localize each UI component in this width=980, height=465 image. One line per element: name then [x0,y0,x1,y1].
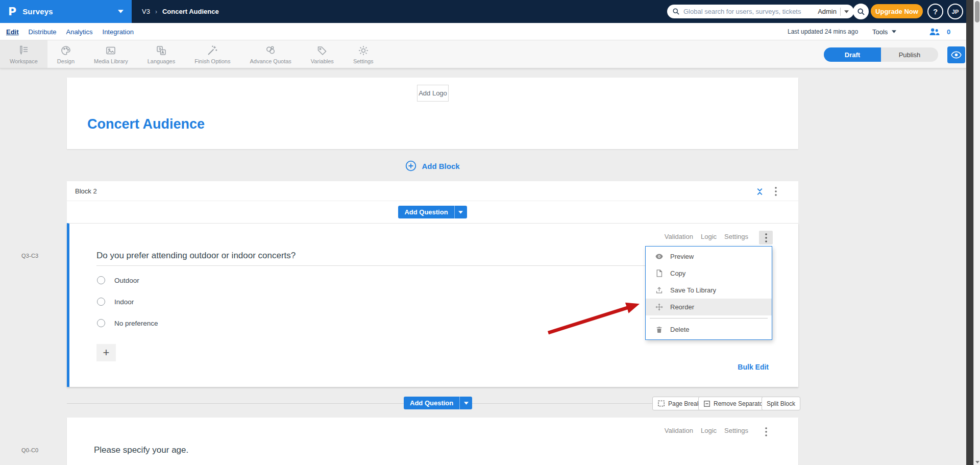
radio-icon[interactable] [97,276,105,284]
question-text[interactable]: Please specify your age. [94,445,188,460]
question-menu-kebab-icon[interactable] [759,231,773,244]
add-choice-button[interactable]: + [96,344,116,361]
page-break-icon [657,400,665,407]
split-block-button[interactable]: Split Block [762,397,800,410]
help-button[interactable]: ? [927,4,943,19]
block-menu-kebab-icon[interactable] [770,185,782,198]
toolbar-item-finish-options[interactable]: Finish Options [185,40,240,68]
tab-distribute[interactable]: Distribute [29,28,57,36]
remove-separator-label: Remove Separator [714,400,765,407]
split-block-label: Split Block [767,400,795,407]
design-icon [60,44,72,57]
settings-link[interactable]: Settings [724,427,748,434]
add-block-button[interactable]: Add Block [67,158,798,174]
upgrade-now-button[interactable]: Upgrade Now [871,4,923,18]
divider [840,8,841,16]
validation-link[interactable]: Validation [665,233,693,240]
add-question-button[interactable]: Add Question [404,397,472,409]
scroll-down-arrow-icon[interactable] [975,461,979,463]
toolbar-item-variables[interactable]: Variables [301,40,344,68]
add-question-label[interactable]: Add Question [398,206,454,218]
menu-item-copy[interactable]: Copy [646,265,772,282]
toolbar-item-design[interactable]: Design [47,40,84,68]
page-break-label: Page Break [668,400,700,407]
logic-link[interactable]: Logic [701,427,717,434]
collaborators[interactable]: 0 [929,23,950,40]
search-input[interactable] [683,8,814,15]
radio-icon[interactable] [97,319,105,327]
settings-link[interactable]: Settings [724,233,748,240]
tools-dropdown[interactable]: Tools [872,23,896,40]
answer-option-row[interactable]: Outdoor [97,276,139,284]
option-label[interactable]: No preference [114,320,158,327]
upload-icon [655,286,664,295]
advance-quotas-icon [264,44,277,57]
add-logo-button[interactable]: Add Logo [417,85,449,102]
menu-item-label: Reorder [670,303,694,311]
menu-item-preview[interactable]: Preview [646,248,772,265]
media-library-icon [105,44,117,57]
menu-item-save-to-library[interactable]: Save To Library [646,282,772,299]
scrollbar-thumb[interactable] [975,1,979,22]
avatar[interactable]: JP [947,4,963,19]
trash-icon [655,325,664,334]
breadcrumb: V3 › Concert Audience [142,0,219,23]
top-bar: P Surveys V3 › Concert Audience Admin [0,0,966,23]
breadcrumb-version[interactable]: V3 [142,8,150,15]
search-button[interactable] [853,4,869,19]
product-name: Surveys [22,7,53,16]
people-icon [929,28,940,36]
survey-title[interactable]: Concert Audience [87,116,205,132]
add-question-label[interactable]: Add Question [404,397,459,409]
tab-integration[interactable]: Integration [103,28,134,36]
tab-analytics[interactable]: Analytics [66,28,92,36]
add-question-caret-icon[interactable] [454,206,467,218]
scrollbar[interactable] [973,0,980,465]
global-search[interactable]: Admin [667,5,854,18]
workspace-icon [17,44,30,57]
option-label[interactable]: Outdoor [114,277,139,284]
question-code-q0: Q0-C0 [21,447,38,453]
validation-link[interactable]: Validation [665,427,693,434]
toolbar-item-settings[interactable]: Settings [344,40,383,68]
radio-icon[interactable] [97,298,105,306]
add-question-caret-icon[interactable] [459,397,472,409]
breadcrumb-survey-title: Concert Audience [162,8,219,15]
product-caret-icon[interactable] [118,10,124,13]
toolbar-item-advance-quotas[interactable]: Advance Quotas [240,40,301,68]
collapse-block-icon[interactable] [754,186,765,197]
eye-icon [951,51,962,59]
toolbar-item-media-library[interactable]: Media Library [84,40,138,68]
tools-label: Tools [872,28,888,36]
question-context-menu: Preview Copy Save To Library Reorder [645,246,772,340]
remove-separator-button[interactable]: Remove Separator [698,397,770,410]
option-label[interactable]: Indoor [114,298,134,306]
add-question-button[interactable]: Add Question [398,206,467,218]
bulk-edit-link[interactable]: Bulk Edit [738,363,769,371]
answer-option-row[interactable]: Indoor [97,298,134,306]
publish-button[interactable]: Publish [881,47,938,62]
section-nav: Edit Distribute Analytics Integration La… [0,23,966,40]
move-icon [655,303,664,311]
collaborator-count: 0 [947,28,950,36]
toolbar-item-workspace[interactable]: Workspace [0,40,47,68]
menu-divider [650,318,768,319]
product-switcher[interactable]: P Surveys [0,0,132,23]
draft-button[interactable]: Draft [824,47,881,62]
menu-item-label: Copy [670,270,685,277]
answer-option-row[interactable]: No preference [97,319,158,327]
question-menu-kebab-icon[interactable] [759,425,773,438]
role-caret-icon[interactable] [844,10,849,13]
tab-edit[interactable]: Edit [6,28,19,36]
block-name[interactable]: Block 2 [75,187,97,195]
toolbar-item-languages[interactable]: Languages [138,40,185,68]
menu-item-label: Preview [670,253,694,260]
menu-item-delete[interactable]: Delete [646,321,772,338]
question-card-q0[interactable]: Validation Logic Settings Please specify… [67,418,798,465]
menu-item-reorder[interactable]: Reorder [646,299,772,315]
role-selector-value[interactable]: Admin [818,8,837,15]
logic-link[interactable]: Logic [701,233,717,240]
page-break-button[interactable]: Page Break [652,397,705,410]
survey-preview-button[interactable] [947,46,965,63]
question-action-links: Validation Logic Settings [665,427,748,434]
